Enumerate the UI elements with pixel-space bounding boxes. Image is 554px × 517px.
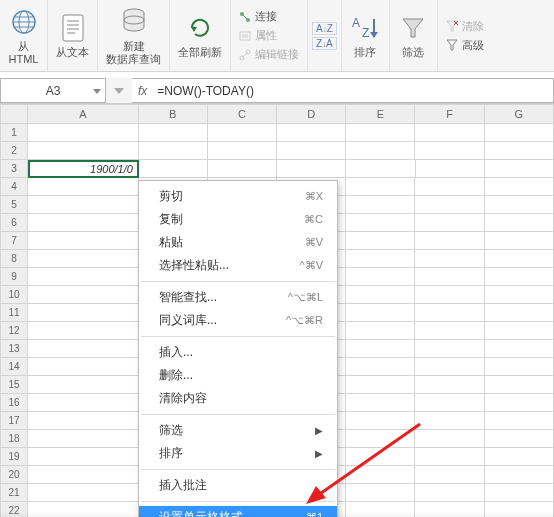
cell[interactable] bbox=[28, 466, 138, 484]
menu-item[interactable]: 智能查找...^⌥⌘L bbox=[139, 286, 337, 309]
row-header[interactable]: 19 bbox=[0, 448, 28, 466]
namebox-expand[interactable] bbox=[106, 78, 132, 103]
cell[interactable] bbox=[208, 124, 277, 142]
cell[interactable] bbox=[415, 412, 484, 430]
cell[interactable] bbox=[28, 412, 138, 430]
cell[interactable] bbox=[346, 340, 415, 358]
cell[interactable] bbox=[277, 160, 346, 178]
cell[interactable] bbox=[485, 340, 554, 358]
cell[interactable] bbox=[415, 340, 484, 358]
cell[interactable] bbox=[28, 142, 138, 160]
cell[interactable] bbox=[28, 340, 138, 358]
row-header[interactable]: 17 bbox=[0, 412, 28, 430]
filter-button[interactable]: 筛选 bbox=[390, 0, 438, 71]
cell[interactable] bbox=[485, 430, 554, 448]
cell[interactable] bbox=[415, 484, 484, 502]
clear-filter-button[interactable]: 清除 bbox=[446, 17, 484, 36]
cell[interactable] bbox=[208, 160, 277, 178]
cell[interactable] bbox=[485, 160, 554, 178]
menu-item[interactable]: 同义词库...^⌥⌘R bbox=[139, 309, 337, 332]
menu-item[interactable]: 复制⌘C bbox=[139, 208, 337, 231]
sort-button[interactable]: AZ 排序 bbox=[342, 0, 390, 71]
cell[interactable] bbox=[485, 142, 554, 160]
chevron-down-icon[interactable] bbox=[93, 84, 101, 98]
cell[interactable] bbox=[28, 376, 138, 394]
row-header[interactable]: 3 bbox=[0, 160, 28, 178]
row-header[interactable]: 20 bbox=[0, 466, 28, 484]
cell[interactable] bbox=[415, 430, 484, 448]
column-header[interactable]: E bbox=[346, 104, 415, 124]
cell[interactable] bbox=[346, 142, 415, 160]
cell[interactable] bbox=[277, 124, 346, 142]
row-header[interactable]: 16 bbox=[0, 394, 28, 412]
edit-links-button[interactable]: 编辑链接 bbox=[239, 45, 299, 64]
menu-item[interactable]: 插入... bbox=[139, 341, 337, 364]
menu-item[interactable]: 粘贴⌘V bbox=[139, 231, 337, 254]
cell[interactable] bbox=[346, 268, 415, 286]
formula-bar[interactable]: fx =NOW()-TODAY() bbox=[132, 78, 554, 103]
cell[interactable] bbox=[346, 214, 415, 232]
cell[interactable] bbox=[415, 394, 484, 412]
advanced-filter-button[interactable]: 高级 bbox=[446, 36, 484, 55]
row-header[interactable]: 12 bbox=[0, 322, 28, 340]
row-header[interactable]: 15 bbox=[0, 376, 28, 394]
cell[interactable] bbox=[346, 304, 415, 322]
cell[interactable] bbox=[28, 484, 138, 502]
refresh-all-button[interactable]: 全部刷新 bbox=[170, 0, 231, 71]
cell[interactable] bbox=[346, 250, 415, 268]
cell[interactable] bbox=[415, 232, 484, 250]
cell[interactable] bbox=[346, 484, 415, 502]
cell[interactable] bbox=[415, 286, 484, 304]
cell[interactable] bbox=[28, 358, 138, 376]
cell[interactable] bbox=[485, 214, 554, 232]
cell[interactable] bbox=[346, 466, 415, 484]
row-header[interactable]: 14 bbox=[0, 358, 28, 376]
cell[interactable] bbox=[485, 484, 554, 502]
cell[interactable] bbox=[28, 286, 138, 304]
column-header[interactable]: B bbox=[139, 104, 208, 124]
row-header[interactable]: 5 bbox=[0, 196, 28, 214]
cell[interactable] bbox=[485, 250, 554, 268]
column-header[interactable]: D bbox=[277, 104, 346, 124]
row-header[interactable]: 11 bbox=[0, 304, 28, 322]
cell[interactable] bbox=[28, 124, 138, 142]
cell[interactable] bbox=[415, 304, 484, 322]
menu-item[interactable]: 剪切⌘X bbox=[139, 185, 337, 208]
column-header[interactable]: C bbox=[208, 104, 277, 124]
cell[interactable] bbox=[485, 124, 554, 142]
cell[interactable] bbox=[277, 142, 346, 160]
cell[interactable] bbox=[346, 286, 415, 304]
cell[interactable] bbox=[28, 394, 138, 412]
cell[interactable] bbox=[346, 124, 415, 142]
cell[interactable] bbox=[28, 232, 138, 250]
sort-asc-button[interactable]: A↓Z bbox=[312, 22, 337, 35]
cell[interactable] bbox=[346, 160, 415, 178]
row-header[interactable]: 21 bbox=[0, 484, 28, 502]
cell[interactable] bbox=[415, 448, 484, 466]
cell[interactable] bbox=[485, 394, 554, 412]
cell[interactable] bbox=[485, 412, 554, 430]
cell[interactable] bbox=[415, 466, 484, 484]
cell[interactable] bbox=[139, 124, 208, 142]
cell[interactable] bbox=[346, 448, 415, 466]
cell[interactable] bbox=[415, 358, 484, 376]
cell[interactable] bbox=[485, 466, 554, 484]
row-header[interactable]: 9 bbox=[0, 268, 28, 286]
menu-item[interactable]: 删除... bbox=[139, 364, 337, 387]
cell[interactable] bbox=[28, 304, 138, 322]
row-header[interactable]: 1 bbox=[0, 124, 28, 142]
active-cell[interactable]: 1900/1/0 bbox=[28, 160, 139, 178]
cell[interactable] bbox=[415, 376, 484, 394]
column-header[interactable]: A bbox=[28, 104, 138, 124]
connections-button[interactable]: 连接 bbox=[239, 7, 299, 26]
cell[interactable] bbox=[485, 376, 554, 394]
cell[interactable] bbox=[485, 178, 554, 196]
cell[interactable] bbox=[346, 412, 415, 430]
row-header[interactable]: 2 bbox=[0, 142, 28, 160]
cell[interactable] bbox=[415, 142, 484, 160]
row-header[interactable]: 13 bbox=[0, 340, 28, 358]
row-header[interactable]: 6 bbox=[0, 214, 28, 232]
cell[interactable] bbox=[415, 250, 484, 268]
name-box[interactable]: A3 bbox=[0, 78, 106, 103]
menu-item[interactable]: 排序▶ bbox=[139, 442, 337, 465]
